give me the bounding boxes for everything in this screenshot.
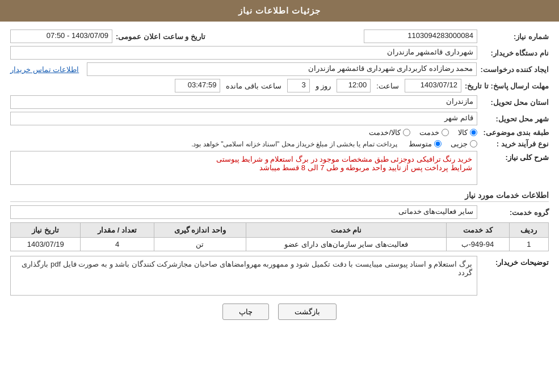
radio-kala[interactable]: کالا <box>458 128 477 137</box>
col-nam: نام خدمت <box>246 223 447 238</box>
sharh-label: شرح کلی نیاز: <box>481 151 549 162</box>
sharh-box: خرید رنگ ترافیکی دوجزئی طبق مشخصات موجود… <box>10 151 477 185</box>
cell-kod: 949-94-ب <box>446 238 509 251</box>
page-header: جزئیات اطلاعات نیاز <box>0 0 559 22</box>
ijad-konande-value: محمد رضازاده کاربرداری شهرداری قائمشهر م… <box>87 62 477 76</box>
mohlat-roz-value: 3 <box>287 79 310 92</box>
tarikh-label: تاریخ و ساعت اعلان عمومی: <box>116 32 205 41</box>
nam-dastgah-value: شهرداری قائمشهر مازندران <box>10 46 477 60</box>
tamas-khardar-link[interactable]: اطلاعات تماس خریدار <box>10 65 79 74</box>
radio-khedmat[interactable]: خدمت <box>419 128 449 137</box>
back-button[interactable]: بازگشت <box>278 304 337 320</box>
cell-radif: 1 <box>509 238 548 251</box>
radio-motavasset[interactable]: متوسط <box>409 140 442 148</box>
print-button[interactable]: چاپ <box>222 304 269 320</box>
ostan-value: مازندران <box>10 95 477 109</box>
col-tarikh: تاریخ نیاز <box>11 223 81 238</box>
nam-dastgah-label: نام دستگاه خریدار: <box>481 49 549 57</box>
radio-jozi[interactable]: جزیی <box>451 140 477 148</box>
mohlat-label: مهلت ارسال پاسخ: تا تاریخ: <box>465 82 549 90</box>
cell-vahed: تن <box>154 238 246 251</box>
feriyand-note: پرداخت تمام یا بخشی از مبلغ خریداز محل "… <box>191 140 400 148</box>
col-radif: ردیف <box>509 223 548 238</box>
sharh-value: خرید رنگ ترافیکی دوجزئی طبق مشخصات موجود… <box>216 155 472 172</box>
cell-nam: فعالیت‌های سایر سازمان‌های دارای عضو <box>246 238 447 251</box>
tawzihat-box: برگ استعلام و اسناد پیوستی میبایست با دق… <box>10 256 477 296</box>
mohlat-saat-label: ساعت: <box>374 82 401 90</box>
col-tedad: تعداد / مقدار <box>81 223 154 238</box>
button-row: بازگشت چاپ <box>10 304 549 320</box>
cell-tedad: 4 <box>81 238 154 251</box>
tawzihat-label: توضیحات خریدار: <box>481 256 549 267</box>
shahr-value: قائم شهر <box>10 112 477 125</box>
tabaqe-label: طبقه بندی موضوعی: <box>481 128 549 137</box>
shomara-niaz-label: شماره نیاز: <box>481 32 549 41</box>
shahr-label: شهر محل تحویل: <box>481 115 549 123</box>
col-kod: کد خدمت <box>446 223 509 238</box>
tabaqe-radio-group: کالا خدمت کالا/خدمت <box>369 128 477 137</box>
goroh-value: سایر فعالیت‌های خدماتی <box>10 205 477 219</box>
radio-kala-khedmat[interactable]: کالا/خدمت <box>369 128 410 137</box>
feriyand-label: نوع فرآیند خرید : <box>481 140 549 148</box>
table-row: 1949-94-بفعالیت‌های سایر سازمان‌های دارا… <box>11 238 549 251</box>
shomara-niaz-value: 1103094283000084 <box>364 29 477 43</box>
col-vahed: واحد اندازه گیری <box>154 223 246 238</box>
goroh-label: گروه خدمت: <box>481 208 549 217</box>
feriyand-radio-group: جزیی متوسط <box>409 140 477 148</box>
page-title: جزئیات اطلاعات نیاز <box>238 6 321 15</box>
cell-tarikh: 1403/07/19 <box>11 238 81 251</box>
mohlat-baqi-value: 03:47:59 <box>175 79 220 92</box>
ijad-konande-label: ایجاد کننده درخواست: <box>480 65 549 74</box>
services-table: ردیف کد خدمت نام خدمت واحد اندازه گیری ت… <box>10 222 549 251</box>
khadamat-title: اطلاعات خدمات مورد نیاز <box>10 191 549 202</box>
tarikh-value: 1403/07/09 - 07:50 <box>10 29 112 43</box>
mohlat-baqi-label: ساعت باقی مانده <box>224 82 283 90</box>
mohlat-saat-value: 12:00 <box>337 79 371 92</box>
tawzihat-value: برگ استعلام و اسناد پیوستی میبایست با دق… <box>22 260 472 277</box>
mohlat-roz-label: روز و <box>313 82 334 90</box>
mohlat-date: 1403/07/12 <box>405 79 461 92</box>
ostan-label: استان محل تحویل: <box>481 98 549 107</box>
